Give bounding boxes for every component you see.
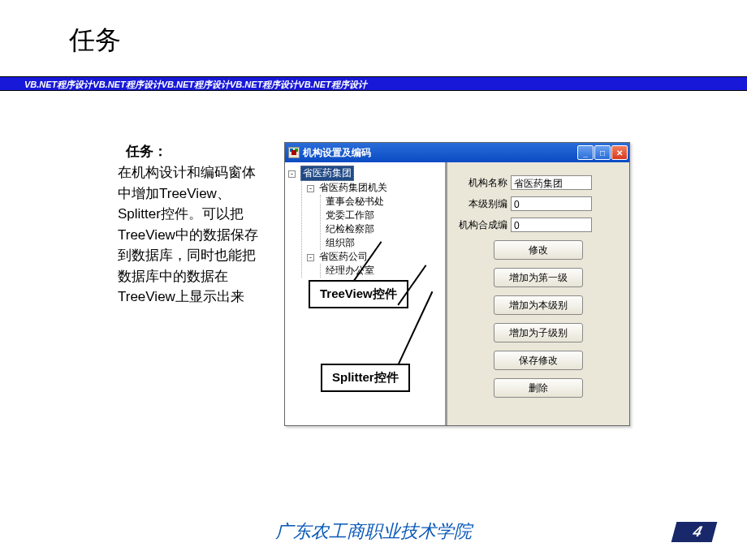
expander-icon[interactable]: - — [288, 170, 296, 178]
label-level-code: 本级别编 — [457, 197, 507, 211]
expander-icon[interactable]: - — [307, 254, 314, 261]
close-button[interactable]: ✕ — [611, 145, 628, 160]
input-level-code[interactable]: 0 — [511, 196, 592, 211]
maximize-button[interactable]: □ — [594, 145, 611, 160]
form-panel: 机构名称 省医药集团 本级别编 0 机构合成编 0 修改 增加为第一级 增加为本… — [447, 162, 629, 425]
tree-node[interactable]: 省医药公司 — [319, 251, 368, 262]
input-org-name[interactable]: 省医药集团 — [511, 175, 592, 190]
window-title: 机构设置及编码 — [303, 146, 577, 160]
tree-node[interactable]: 省医药集团机关 — [319, 182, 387, 193]
task-description: 在机构设计和编码窗体中增加TreeView、Splitter控件。可以把Tree… — [118, 162, 264, 308]
save-button[interactable]: 保存修改 — [494, 351, 583, 370]
delete-button[interactable]: 删除 — [494, 378, 583, 398]
modify-button[interactable]: 修改 — [494, 240, 583, 260]
callout-splitter: Splitter控件 — [321, 364, 410, 392]
slide-title: 任务 — [69, 23, 121, 58]
tree-root-node[interactable]: 省医药集团 — [300, 166, 354, 181]
titlebar: 机构设置及编码 _ □ ✕ — [285, 143, 629, 162]
tree-leaf[interactable]: 党委工作部 — [326, 209, 443, 222]
tree-leaf[interactable]: 组织部 — [326, 236, 443, 250]
input-combined-code[interactable]: 0 — [511, 218, 592, 232]
add-same-level-button[interactable]: 增加为本级别 — [494, 295, 583, 315]
callout-treeview: TreeView控件 — [309, 280, 408, 308]
page-number: 4 — [671, 522, 718, 542]
expander-icon[interactable]: - — [307, 185, 314, 192]
task-label: 任务： — [126, 142, 167, 161]
course-banner: VB.NET程序设计VB.NET程序设计VB.NET程序设计VB.NET程序设计… — [0, 76, 747, 91]
tree-leaf[interactable]: 纪检检察部 — [326, 222, 443, 236]
label-org-name: 机构名称 — [457, 176, 507, 190]
label-combined-code: 机构合成编 — [457, 218, 507, 232]
minimize-button[interactable]: _ — [577, 145, 594, 160]
add-child-level-button[interactable]: 增加为子级别 — [494, 323, 583, 342]
footer-institution: 广东农工商职业技术学院 — [0, 519, 747, 544]
tree-leaf[interactable]: 董事会秘书处 — [326, 195, 443, 209]
splitter-control[interactable] — [445, 162, 447, 425]
add-first-level-button[interactable]: 增加为第一级 — [494, 268, 583, 287]
app-icon — [288, 147, 300, 158]
